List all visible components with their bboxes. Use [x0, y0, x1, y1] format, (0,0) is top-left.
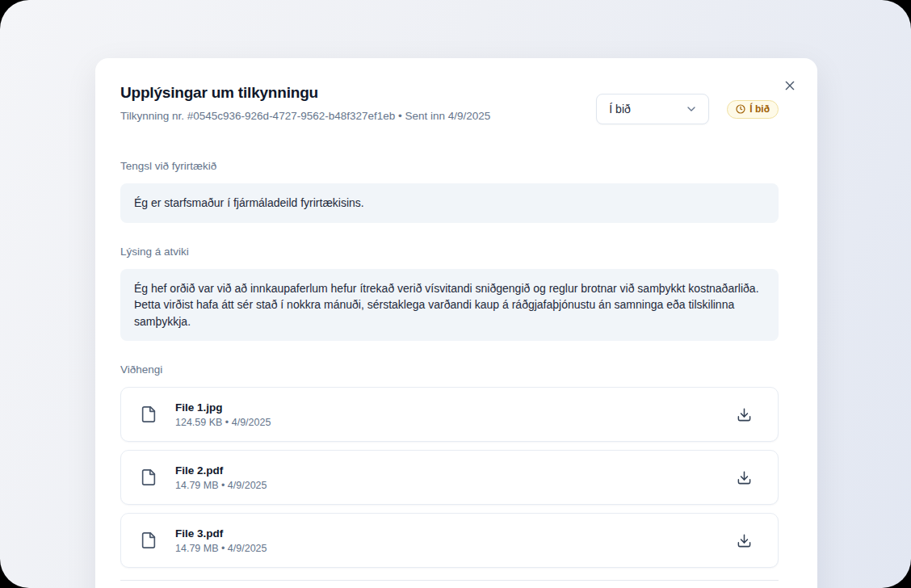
file-name: File 2.pdf: [175, 464, 267, 477]
title-block: Upplýsingar um tilkynningu Tilkynning nr…: [120, 84, 490, 122]
notification-details-modal: Upplýsingar um tilkynningu Tilkynning nr…: [95, 58, 817, 588]
file-icon: [140, 404, 157, 425]
close-icon: [783, 79, 796, 92]
file-icon: [140, 530, 157, 551]
chevron-down-icon: [685, 103, 698, 116]
attachment-card: File 3.pdf 14.79 MB • 4/9/2025: [120, 513, 779, 568]
status-badge-label: Í bið: [749, 103, 770, 115]
attachment-card: File 2.pdf 14.79 MB • 4/9/2025: [120, 450, 779, 505]
file-meta: 124.59 KB • 4/9/2025: [175, 417, 271, 428]
status-select[interactable]: Í bið: [596, 94, 709, 124]
file-icon: [140, 467, 157, 488]
page-title: Upplýsingar um tilkynningu: [120, 84, 490, 102]
bottom-divider: [120, 580, 779, 581]
status-badge: Í bið: [727, 100, 779, 119]
section-incident-description: Lýsing á atviki Ég hef orðið var við að …: [120, 246, 779, 342]
file-info: File 1.jpg 124.59 KB • 4/9/2025: [175, 401, 271, 428]
clock-icon: [736, 104, 745, 114]
notification-meta: Tilkynning nr. #0545c936-926d-4727-9562-…: [120, 110, 490, 122]
download-button[interactable]: [733, 403, 755, 426]
incident-description-text: Ég hef orðið var við að innkaupaferlum h…: [120, 269, 779, 342]
file-meta: 14.79 MB • 4/9/2025: [175, 480, 267, 491]
section-company-connection: Tengsl við fyrirtækið Ég er starfsmaður …: [120, 160, 779, 223]
section-label: Tengsl við fyrirtækið: [120, 160, 779, 172]
file-meta: 14.79 MB • 4/9/2025: [175, 543, 267, 554]
modal-header: Upplýsingar um tilkynningu Tilkynning nr…: [120, 84, 779, 124]
download-button[interactable]: [733, 466, 755, 489]
section-label: Viðhengi: [120, 363, 779, 376]
status-select-value: Í bið: [609, 103, 630, 116]
file-info: File 3.pdf 14.79 MB • 4/9/2025: [175, 527, 267, 554]
file-name: File 1.jpg: [175, 401, 271, 414]
company-connection-text: Ég er starfsmaður í fjármáladeild fyrirt…: [120, 183, 779, 223]
download-icon: [737, 533, 752, 548]
close-button[interactable]: [782, 78, 798, 94]
attachment-card: File 1.jpg 124.59 KB • 4/9/2025: [120, 387, 779, 442]
header-controls: Í bið Í bið: [596, 94, 779, 124]
download-button[interactable]: [733, 529, 755, 552]
file-name: File 3.pdf: [175, 527, 267, 540]
section-attachments: Viðhengi File 1.jpg 124.59 KB • 4/9/2025: [120, 363, 779, 581]
download-icon: [737, 470, 752, 485]
app-background: Upplýsingar um tilkynningu Tilkynning nr…: [0, 0, 911, 588]
section-label: Lýsing á atviki: [120, 246, 779, 258]
download-icon: [737, 407, 752, 422]
file-info: File 2.pdf 14.79 MB • 4/9/2025: [175, 464, 267, 491]
